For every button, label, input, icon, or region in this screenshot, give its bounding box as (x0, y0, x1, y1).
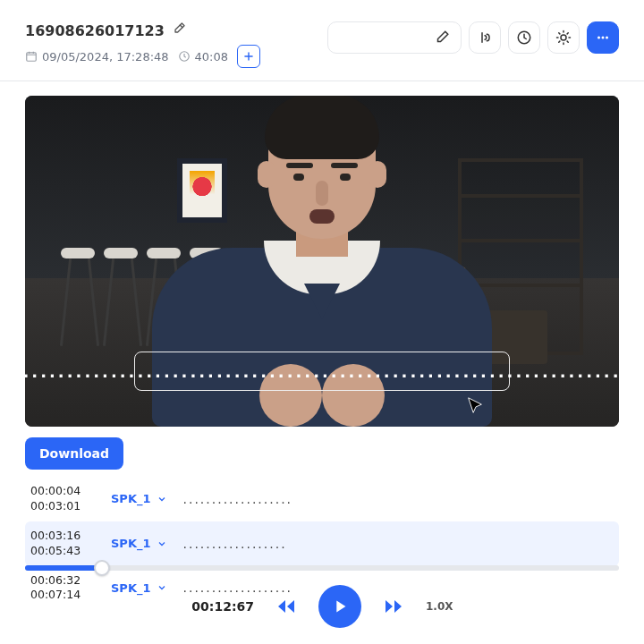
add-button[interactable] (237, 45, 260, 68)
redo-speaker-button[interactable] (469, 21, 501, 54)
cursor-icon (465, 396, 485, 416)
history-button[interactable] (508, 21, 540, 54)
theme-button[interactable] (547, 21, 580, 54)
search-input[interactable] (327, 21, 462, 54)
duration-chip: 40:08 (178, 50, 228, 64)
divider (0, 80, 644, 81)
svg-point-4 (597, 37, 600, 39)
voice-icon (477, 30, 493, 46)
speaker-select[interactable]: SPK_1 (111, 537, 167, 550)
current-time: 00:12:67 (182, 599, 254, 614)
playback-speed[interactable]: 1.0X (426, 600, 462, 613)
transcript-text: .................. (183, 537, 287, 551)
clock-icon (516, 30, 532, 46)
date-text: 09/05/2024, 17:28:48 (42, 50, 169, 64)
date-chip: 09/05/2024, 17:28:48 (25, 50, 169, 64)
video-player[interactable]: ........................................… (25, 96, 619, 427)
svg-point-6 (606, 37, 608, 39)
transcript-row[interactable]: 00:03:1600:05:43SPK_1.................. (25, 521, 619, 566)
play-icon (330, 597, 350, 616)
seek-track[interactable] (25, 565, 619, 571)
caption-placeholder: ........................................… (25, 362, 619, 381)
caption-box[interactable]: ........................................… (134, 352, 510, 391)
transcript-text: ................... (183, 492, 293, 506)
transcript-row[interactable]: 00:00:0400:03:01SPK_1................... (25, 477, 619, 521)
more-button[interactable] (587, 21, 619, 54)
player-bar: 00:12:67 1.0X (25, 565, 619, 628)
edit-title-icon[interactable] (172, 21, 186, 39)
rewind-button[interactable] (274, 594, 299, 619)
pencil-icon (434, 30, 450, 46)
file-title: 16908626017123 (25, 22, 165, 39)
svg-point-5 (602, 37, 605, 39)
seek-knob[interactable] (94, 560, 110, 576)
dots-icon (595, 30, 611, 46)
duration-text: 40:08 (195, 50, 228, 64)
rewind-icon (275, 596, 297, 617)
speaker-select[interactable]: SPK_1 (111, 492, 167, 505)
seek-fill (25, 565, 102, 571)
svg-rect-0 (27, 53, 37, 61)
header: 16908626017123 09/05/2024, 17:28:48 40:0… (25, 21, 619, 68)
sun-icon (555, 30, 572, 46)
svg-point-3 (561, 35, 566, 40)
timestamp: 00:00:0400:03:01 (30, 484, 95, 514)
chevron-down-icon (157, 538, 167, 549)
chevron-down-icon (157, 494, 167, 504)
forward-icon (383, 596, 404, 617)
forward-button[interactable] (381, 594, 406, 619)
play-button[interactable] (318, 585, 361, 628)
timestamp: 00:03:1600:05:43 (30, 529, 95, 559)
download-button[interactable]: Download (25, 437, 123, 470)
